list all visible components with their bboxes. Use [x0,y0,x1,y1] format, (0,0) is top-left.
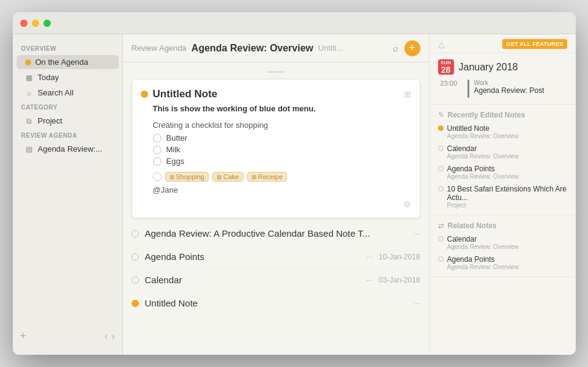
app-window: Overview On the Agenda ▦ Today ⌕ Search … [13,12,576,355]
panel-note-text: Untitled Note Agenda Review: Overview [447,124,567,139]
list-dot-icon [132,230,139,237]
tag-receipe[interactable]: ⊞ Receipe [247,172,287,182]
list-note-more[interactable]: ··· [366,252,373,261]
checkbox-icon[interactable] [153,146,162,154]
list-note-title: Untitled Note [145,298,408,308]
checklist-label-eggs: Eggs [166,157,185,166]
time-bar [467,80,469,98]
list-item[interactable]: Agenda Points ··· 10-Jan-2018 [123,245,429,269]
scroll-line [267,71,285,73]
note-orange-dot-icon [141,91,148,98]
header-actions: ⌕ + [393,40,420,56]
event-category: Work [474,80,567,86]
checklist-item-milk: Milk [153,145,411,154]
related-note-item[interactable]: Calendar Agenda Review: Overview [438,235,567,250]
scroll-indicator [123,69,429,75]
related-note-item[interactable]: Agenda Points Agenda Review: Overview [438,255,567,270]
panel-note-text: Calendar Agenda Review: Overview [447,235,567,250]
breadcrumb: Review Agenda [132,43,187,53]
mention-text: @Jane [153,185,411,195]
panel-note-text: Agenda Points Agenda Review: Overview [447,255,567,270]
add-note-sidebar-button[interactable]: + [20,330,27,343]
panel-outline-dot-icon [438,186,444,191]
doc-icon: ▤ [25,145,34,154]
expanded-note-card[interactable]: Untitled Note ⊞ This is show the working… [132,79,420,218]
note-calendar-icon[interactable]: ⊞ [404,89,411,99]
list-orange-dot-icon [132,300,139,307]
sidebar: Overview On the Agenda ▦ Today ⌕ Search … [13,34,123,355]
search-button[interactable]: ⌕ [393,43,398,53]
main-title: Agenda Review: Overview [192,43,313,54]
main-header: Review Agenda Agenda Review: Overview Un… [123,34,429,62]
checklist-item-eggs: Eggs [153,157,411,166]
panel-outline-dot-icon [438,146,444,151]
calendar-icon: ▦ [25,73,34,82]
list-note-title: Calendar [145,275,360,285]
today-label: Today [38,73,59,82]
checklist-label-milk: Milk [166,145,180,154]
right-panel-header: △ GET ALL FEATURES [430,34,576,53]
list-item[interactable]: Untitled Note ··· [123,292,429,315]
sidebar-item-project[interactable]: ⧉ Project [17,114,119,128]
list-item[interactable]: Calendar ··· 03-Jan-2018 [123,269,429,292]
recently-edited-item[interactable]: Untitled Note Agenda Review: Overview [438,124,567,139]
panel-orange-dot-icon [438,125,444,131]
close-button[interactable] [20,20,28,27]
sidebar-item-search-all[interactable]: ⌕ Search All [17,86,119,100]
tag-cake[interactable]: ⊞ Cake [212,172,244,182]
time-block: 23:00 Work Agenda Review: Post [438,80,567,98]
panel-outline-dot-icon [438,166,444,171]
recently-edited-section: ✎ Recently Edited Notes Untitled Note Ag… [430,105,576,215]
panel-note-sub: Agenda Review: Overview [447,133,567,139]
traffic-lights [20,20,51,27]
triangle-icon: △ [438,39,445,49]
month-year: January 2018 [459,62,518,73]
category-section-label: Category [13,100,122,113]
panel-note-text: 10 Best Safari Extensions Which Are Actu… [447,185,567,209]
list-item[interactable]: Agenda Review: A Productive Calendar Bas… [123,222,429,245]
title-bar [13,12,576,34]
panel-note-title: Agenda Points [447,255,567,264]
list-dot-icon [132,276,139,284]
recently-edited-item[interactable]: Calendar Agenda Review: Overview [438,144,567,160]
sidebar-item-on-the-agenda[interactable]: On the Agenda [17,55,119,69]
minimize-button[interactable] [32,20,39,27]
agenda-review-label: Agenda Review:... [38,144,103,154]
project-label: Project [38,116,62,125]
list-note-more[interactable]: ··· [366,275,373,284]
next-nav-button[interactable]: › [111,331,114,342]
list-dot-icon [132,253,139,261]
sidebar-item-agenda-review[interactable]: ▤ Agenda Review:... [17,142,119,156]
panel-note-sub: Agenda Review: Overview [447,264,567,270]
date-section: SUN 28 January 2018 23:00 Work Agenda Re… [430,53,576,105]
checkbox-icon[interactable] [153,134,162,143]
tag-shopping[interactable]: ⊞ Shopping [165,172,209,182]
related-notes-header: ⇄ Related Notes [438,221,567,230]
prev-nav-button[interactable]: ‹ [105,331,108,342]
list-note-more[interactable]: ··· [414,229,420,238]
panel-note-title: Agenda Points [447,165,567,173]
review-agenda-section-label: Review Agenda [13,128,122,141]
related-notes-title: Related Notes [448,221,497,230]
gear-icon[interactable]: ⚙ [403,199,411,209]
note-title: Untitled Note [153,88,218,100]
add-note-button[interactable]: + [404,40,420,56]
list-note-more[interactable]: ··· [414,298,420,308]
sidebar-item-today[interactable]: ▦ Today [17,70,119,84]
recently-edited-item[interactable]: 10 Best Safari Extensions Which Are Actu… [438,185,567,209]
notes-list: Untitled Note ⊞ This is show the working… [123,62,429,355]
panel-note-title: Calendar [447,144,567,153]
recently-edited-item[interactable]: Agenda Points Agenda Review: Overview [438,165,567,180]
search-icon: ⌕ [25,89,34,97]
agenda-dot-icon [25,59,31,65]
date-badge: SUN 28 [438,59,454,75]
time-event: Work Agenda Review: Post [474,80,567,95]
maximize-button[interactable] [43,20,51,27]
note-card-footer: ⚙ [141,199,411,209]
panel-note-text: Calendar Agenda Review: Overview [447,144,567,160]
checkbox-icon[interactable] [153,157,162,166]
overview-section-label: Overview [13,42,122,54]
tags-row: ⊞ Shopping ⊞ Cake ⊞ Receipe [153,172,411,182]
get-features-button[interactable]: GET ALL FEATURES [502,39,567,49]
search-all-label: Search All [38,88,74,97]
